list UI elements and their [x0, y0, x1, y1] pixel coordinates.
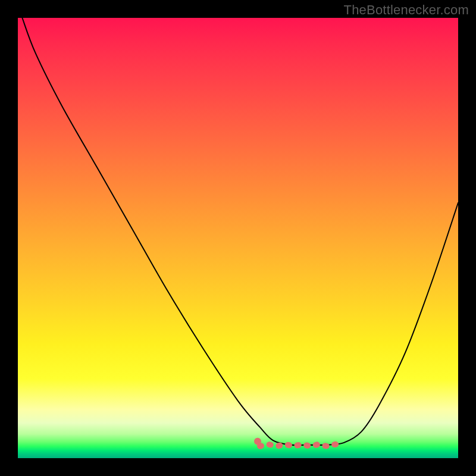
- bottleneck-curve-svg: [18, 18, 458, 458]
- plot-area: [18, 18, 458, 458]
- bottleneck-curve-path: [22, 18, 458, 445]
- chart-frame: TheBottlenecker.com: [0, 0, 476, 476]
- watermark-text: TheBottlenecker.com: [344, 2, 469, 18]
